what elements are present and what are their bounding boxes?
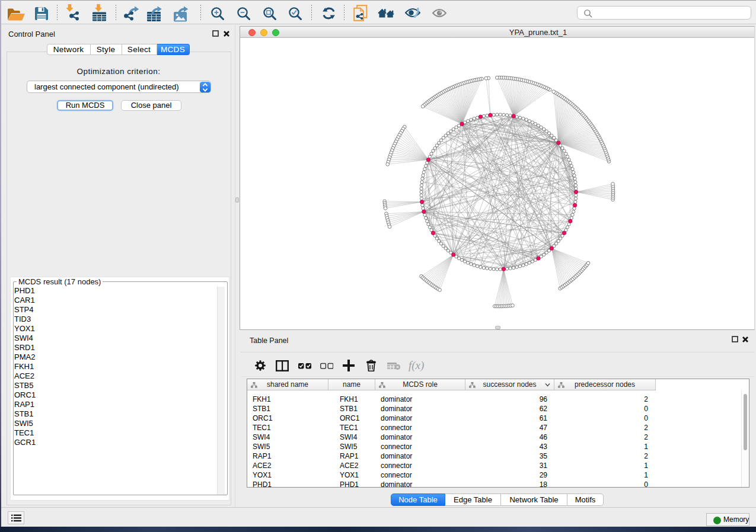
svg-text:f(x): f(x) [409,360,424,372]
